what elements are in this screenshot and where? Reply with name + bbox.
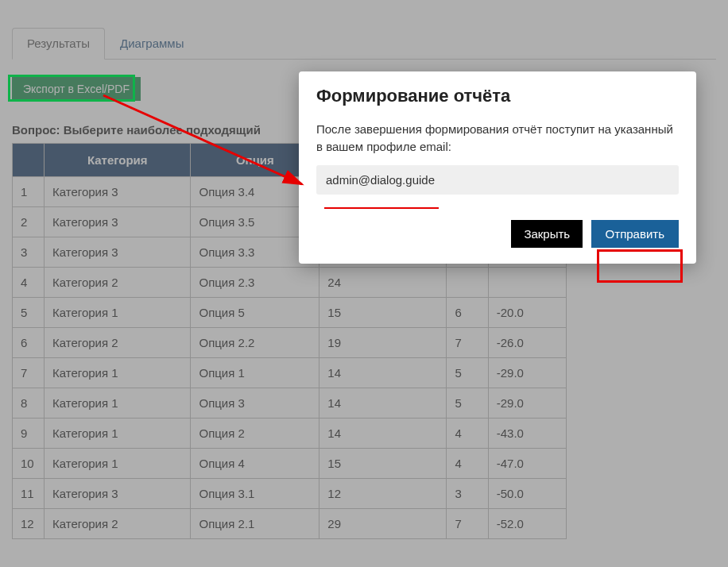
- modal-title: Формирование отчёта: [316, 86, 679, 106]
- email-field[interactable]: [316, 165, 679, 195]
- modal-description: После завершения формирования отчёт пост…: [316, 121, 679, 156]
- report-modal: Формирование отчёта После завершения фор…: [299, 71, 696, 264]
- send-button[interactable]: Отправить: [591, 220, 679, 248]
- close-button[interactable]: Закрыть: [511, 220, 583, 248]
